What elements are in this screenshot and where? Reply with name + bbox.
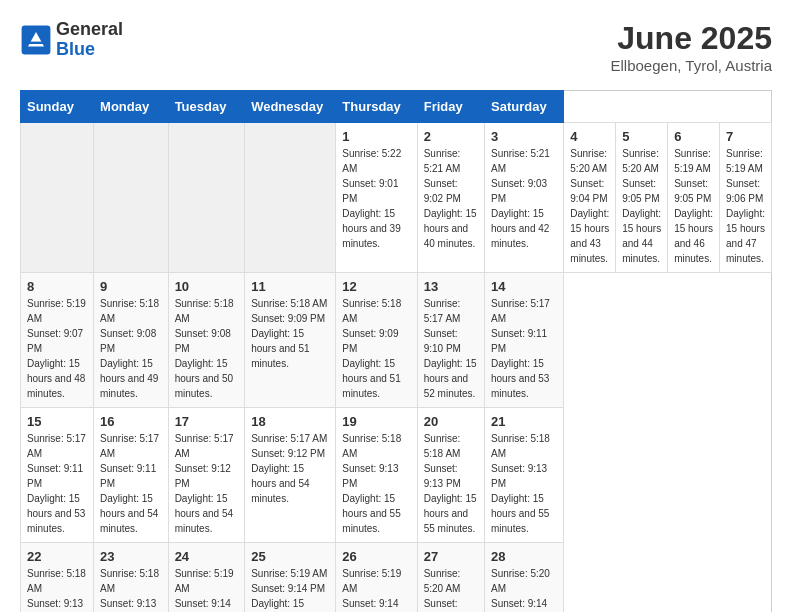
day-info: Sunrise: 5:18 AMSunset: 9:08 PMDaylight:… — [100, 298, 159, 399]
day-cell-24: 24 Sunrise: 5:19 AMSunset: 9:14 PMDaylig… — [168, 543, 245, 613]
day-info: Sunrise: 5:18 AMSunset: 9:13 PMDaylight:… — [27, 568, 86, 612]
day-number: 16 — [100, 414, 162, 429]
calendar-body: 1 Sunrise: 5:22 AMSunset: 9:01 PMDayligh… — [21, 123, 772, 613]
day-info: Sunrise: 5:17 AMSunset: 9:12 PMDaylight:… — [251, 433, 327, 504]
day-cell-26: 26 Sunrise: 5:19 AMSunset: 9:14 PMDaylig… — [336, 543, 417, 613]
logo-general-text: General — [56, 20, 123, 40]
day-number: 12 — [342, 279, 410, 294]
day-info: Sunrise: 5:19 AMSunset: 9:06 PMDaylight:… — [726, 148, 765, 264]
day-number: 7 — [726, 129, 765, 144]
empty-cell — [168, 123, 245, 273]
day-number: 4 — [570, 129, 609, 144]
empty-cell — [21, 123, 94, 273]
day-info: Sunrise: 5:20 AMSunset: 9:14 PMDaylight:… — [491, 568, 550, 612]
day-info: Sunrise: 5:18 AMSunset: 9:09 PMDaylight:… — [251, 298, 327, 369]
day-number: 19 — [342, 414, 410, 429]
day-number: 14 — [491, 279, 557, 294]
day-info: Sunrise: 5:19 AMSunset: 9:14 PMDaylight:… — [342, 568, 401, 612]
day-info: Sunrise: 5:18 AMSunset: 9:13 PMDaylight:… — [100, 568, 159, 612]
calendar-table: SundayMondayTuesdayWednesdayThursdayFrid… — [20, 90, 772, 612]
title-area: June 2025 Ellboegen, Tyrol, Austria — [611, 20, 772, 74]
day-cell-12: 12 Sunrise: 5:18 AMSunset: 9:09 PMDaylig… — [336, 273, 417, 408]
day-info: Sunrise: 5:17 AMSunset: 9:11 PMDaylight:… — [100, 433, 159, 534]
weekday-header-friday: Friday — [417, 91, 484, 123]
day-number: 2 — [424, 129, 478, 144]
day-info: Sunrise: 5:18 AMSunset: 9:13 PMDaylight:… — [491, 433, 550, 534]
day-info: Sunrise: 5:21 AMSunset: 9:02 PMDaylight:… — [424, 148, 477, 249]
page-header: General Blue June 2025 Ellboegen, Tyrol,… — [20, 20, 772, 74]
location: Ellboegen, Tyrol, Austria — [611, 57, 772, 74]
day-info: Sunrise: 5:19 AMSunset: 9:14 PMDaylight:… — [175, 568, 234, 612]
day-info: Sunrise: 5:21 AMSunset: 9:03 PMDaylight:… — [491, 148, 550, 249]
day-cell-11: 11 Sunrise: 5:18 AMSunset: 9:09 PMDaylig… — [245, 273, 336, 408]
logo-blue-text: Blue — [56, 40, 123, 60]
calendar-week-3: 15 Sunrise: 5:17 AMSunset: 9:11 PMDaylig… — [21, 408, 772, 543]
day-cell-5: 5 Sunrise: 5:20 AMSunset: 9:05 PMDayligh… — [616, 123, 668, 273]
day-number: 6 — [674, 129, 713, 144]
day-cell-6: 6 Sunrise: 5:19 AMSunset: 9:05 PMDayligh… — [668, 123, 720, 273]
day-info: Sunrise: 5:17 AMSunset: 9:10 PMDaylight:… — [424, 298, 477, 399]
svg-rect-2 — [28, 41, 44, 43]
day-info: Sunrise: 5:18 AMSunset: 9:09 PMDaylight:… — [342, 298, 401, 399]
day-cell-19: 19 Sunrise: 5:18 AMSunset: 9:13 PMDaylig… — [336, 408, 417, 543]
logo: General Blue — [20, 20, 123, 60]
day-cell-22: 22 Sunrise: 5:18 AMSunset: 9:13 PMDaylig… — [21, 543, 94, 613]
day-number: 21 — [491, 414, 557, 429]
day-cell-7: 7 Sunrise: 5:19 AMSunset: 9:06 PMDayligh… — [720, 123, 772, 273]
day-cell-23: 23 Sunrise: 5:18 AMSunset: 9:13 PMDaylig… — [94, 543, 169, 613]
logo-icon — [20, 24, 52, 56]
weekday-header-saturday: Saturday — [485, 91, 564, 123]
day-number: 28 — [491, 549, 557, 564]
day-info: Sunrise: 5:19 AMSunset: 9:07 PMDaylight:… — [27, 298, 86, 399]
day-number: 15 — [27, 414, 87, 429]
weekday-header-sunday: Sunday — [21, 91, 94, 123]
day-cell-13: 13 Sunrise: 5:17 AMSunset: 9:10 PMDaylig… — [417, 273, 484, 408]
day-info: Sunrise: 5:18 AMSunset: 9:13 PMDaylight:… — [342, 433, 401, 534]
day-number: 17 — [175, 414, 239, 429]
day-cell-21: 21 Sunrise: 5:18 AMSunset: 9:13 PMDaylig… — [485, 408, 564, 543]
day-cell-28: 28 Sunrise: 5:20 AMSunset: 9:14 PMDaylig… — [485, 543, 564, 613]
day-cell-14: 14 Sunrise: 5:17 AMSunset: 9:11 PMDaylig… — [485, 273, 564, 408]
day-number: 24 — [175, 549, 239, 564]
weekday-header-row: SundayMondayTuesdayWednesdayThursdayFrid… — [21, 91, 772, 123]
day-number: 5 — [622, 129, 661, 144]
month-title: June 2025 — [611, 20, 772, 57]
day-number: 27 — [424, 549, 478, 564]
day-number: 20 — [424, 414, 478, 429]
day-info: Sunrise: 5:17 AMSunset: 9:11 PMDaylight:… — [491, 298, 550, 399]
day-number: 26 — [342, 549, 410, 564]
day-info: Sunrise: 5:18 AMSunset: 9:08 PMDaylight:… — [175, 298, 234, 399]
day-number: 22 — [27, 549, 87, 564]
day-info: Sunrise: 5:17 AMSunset: 9:12 PMDaylight:… — [175, 433, 234, 534]
day-info: Sunrise: 5:19 AMSunset: 9:14 PMDaylight:… — [251, 568, 327, 612]
day-info: Sunrise: 5:22 AMSunset: 9:01 PMDaylight:… — [342, 148, 401, 249]
day-cell-2: 2 Sunrise: 5:21 AMSunset: 9:02 PMDayligh… — [417, 123, 484, 273]
weekday-header-monday: Monday — [94, 91, 169, 123]
day-cell-4: 4 Sunrise: 5:20 AMSunset: 9:04 PMDayligh… — [564, 123, 616, 273]
day-info: Sunrise: 5:17 AMSunset: 9:11 PMDaylight:… — [27, 433, 86, 534]
day-cell-8: 8 Sunrise: 5:19 AMSunset: 9:07 PMDayligh… — [21, 273, 94, 408]
day-number: 25 — [251, 549, 329, 564]
day-number: 3 — [491, 129, 557, 144]
day-number: 8 — [27, 279, 87, 294]
day-info: Sunrise: 5:20 AMSunset: 9:05 PMDaylight:… — [622, 148, 661, 264]
empty-cell — [94, 123, 169, 273]
logo-text: General Blue — [56, 20, 123, 60]
day-cell-20: 20 Sunrise: 5:18 AMSunset: 9:13 PMDaylig… — [417, 408, 484, 543]
day-cell-3: 3 Sunrise: 5:21 AMSunset: 9:03 PMDayligh… — [485, 123, 564, 273]
day-number: 13 — [424, 279, 478, 294]
empty-cell — [245, 123, 336, 273]
day-info: Sunrise: 5:20 AMSunset: 9:14 PMDaylight:… — [424, 568, 477, 612]
day-cell-10: 10 Sunrise: 5:18 AMSunset: 9:08 PMDaylig… — [168, 273, 245, 408]
day-info: Sunrise: 5:20 AMSunset: 9:04 PMDaylight:… — [570, 148, 609, 264]
calendar-header: SundayMondayTuesdayWednesdayThursdayFrid… — [21, 91, 772, 123]
day-cell-18: 18 Sunrise: 5:17 AMSunset: 9:12 PMDaylig… — [245, 408, 336, 543]
day-number: 9 — [100, 279, 162, 294]
day-number: 18 — [251, 414, 329, 429]
day-cell-15: 15 Sunrise: 5:17 AMSunset: 9:11 PMDaylig… — [21, 408, 94, 543]
day-cell-9: 9 Sunrise: 5:18 AMSunset: 9:08 PMDayligh… — [94, 273, 169, 408]
day-cell-16: 16 Sunrise: 5:17 AMSunset: 9:11 PMDaylig… — [94, 408, 169, 543]
calendar-week-1: 1 Sunrise: 5:22 AMSunset: 9:01 PMDayligh… — [21, 123, 772, 273]
day-info: Sunrise: 5:18 AMSunset: 9:13 PMDaylight:… — [424, 433, 477, 534]
weekday-header-wednesday: Wednesday — [245, 91, 336, 123]
